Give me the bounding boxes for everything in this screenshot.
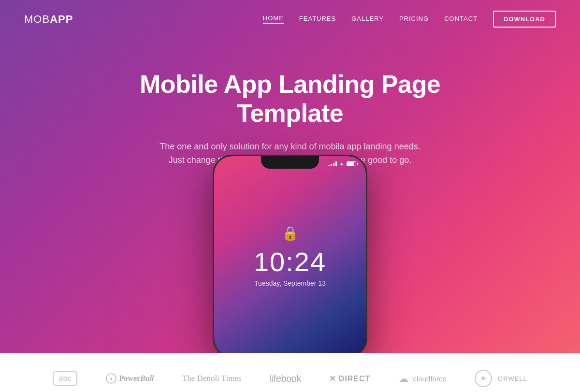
brand-direct: ✕ DIRECT (329, 374, 370, 383)
svg-text:♦: ♦ (110, 376, 112, 381)
brand-direct-label: ✕ DIRECT (329, 374, 370, 383)
logo-light: MOB (24, 13, 50, 25)
brand-lifebook-label: lifebook (270, 373, 301, 384)
brand-cloudforce-label: cloudforce (413, 375, 447, 383)
hero-section: Mobile App Landing Page Template The one… (0, 0, 580, 353)
phone-mockup: ▲ 🔒 10:24 Tuesday, September 13 (213, 155, 367, 353)
phone-outer: ▲ 🔒 10:24 Tuesday, September 13 (213, 155, 367, 353)
download-button[interactable]: DOWNLOAD (493, 11, 556, 28)
phone-date: Tuesday, September 13 (254, 279, 326, 287)
nav-item-home[interactable]: HOME (263, 15, 284, 24)
brand-lifebook: lifebook (270, 373, 301, 384)
brand-denoli-times: The Denoli Times (182, 374, 242, 383)
brand-powerbull-label: PowerBull (119, 374, 154, 383)
brand-orwell: 👁 ORWELL (475, 370, 527, 387)
nav-item-features[interactable]: FEATURES (299, 15, 336, 23)
cloud-icon: ☁ (399, 373, 408, 384)
powerbull-icon: ♦ (106, 373, 116, 384)
nav-item-pricing[interactable]: PRICING (399, 15, 429, 23)
brand-abc-label: abc (53, 371, 77, 386)
brand-orwell-label: ORWELL (498, 375, 527, 382)
logo-bold: APP (50, 13, 73, 25)
signal-icon (328, 161, 337, 166)
nav-item-contact[interactable]: CONTACT (444, 15, 478, 23)
logo[interactable]: MOBAPP (24, 13, 73, 26)
brand-denoli-label: The Denoli Times (182, 374, 242, 383)
phone-notch (261, 156, 319, 169)
phone-time: 10:24 (254, 248, 326, 276)
hero-title: Mobile App Landing Page Template (97, 70, 483, 128)
brands-section: abc ♦ PowerBull The Denoli Times lifeboo… (0, 353, 580, 392)
brand-orwell-icon: 👁 (475, 370, 492, 387)
header: MOBAPP HOME FEATURES GALLERY PRICING CON… (0, 0, 580, 38)
wifi-icon: ▲ (339, 161, 344, 166)
nav-item-gallery[interactable]: GALLERY (351, 15, 384, 23)
brand-powerbull: ♦ PowerBull (106, 373, 154, 384)
brand-abc: abc (53, 371, 77, 386)
brand-cloudforce: ☁ cloudforce (399, 373, 447, 384)
battery-icon (347, 161, 356, 166)
eye-icon: 👁 (480, 375, 487, 382)
status-bar: ▲ (328, 161, 356, 166)
phone-screen: ▲ 🔒 10:24 Tuesday, September 13 (214, 156, 366, 353)
main-nav: HOME FEATURES GALLERY PRICING CONTACT DO… (263, 11, 556, 28)
lock-icon: 🔒 (282, 225, 299, 241)
